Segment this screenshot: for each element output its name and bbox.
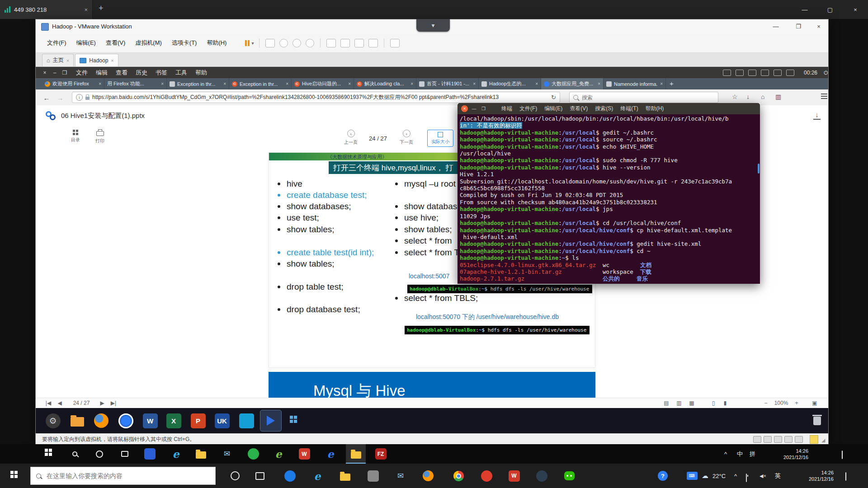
- firefox-button[interactable]: [91, 410, 112, 431]
- vmware-menu-item[interactable]: 查看(V): [101, 39, 130, 47]
- global-menu-item[interactable]: 帮助: [191, 69, 211, 77]
- ime-tool-button[interactable]: ⌨: [682, 464, 702, 488]
- file-explorer-button[interactable]: [191, 444, 211, 464]
- terminal-menu-item[interactable]: 查看(V): [566, 105, 591, 113]
- trash-button[interactable]: [807, 410, 827, 431]
- browser-button[interactable]: [115, 410, 136, 431]
- global-menu-item[interactable]: 书签: [151, 69, 171, 77]
- vm-display[interactable]: × – ❐ 文件编辑查看历史书签工具帮助 00:26 ⏻ 欢迎使用 Firefo…: [36, 67, 828, 433]
- tab-close-icon[interactable]: ×: [473, 81, 476, 86]
- site-info-icon[interactable]: i: [76, 94, 83, 101]
- tab-close-icon[interactable]: ×: [660, 81, 663, 86]
- filezilla-button[interactable]: FZ: [371, 444, 391, 464]
- vmware-tab-hadoop[interactable]: Hadoop ×: [75, 54, 118, 66]
- tab-close-icon[interactable]: ×: [598, 81, 600, 86]
- tab-close-icon[interactable]: ×: [535, 81, 538, 86]
- remote-viewer-button[interactable]: [260, 410, 281, 431]
- tray-caret[interactable]: ^: [734, 464, 737, 488]
- global-menu-item[interactable]: 工具: [171, 69, 191, 77]
- new-session-button[interactable]: +: [99, 4, 104, 13]
- new-tab-button[interactable]: +: [670, 80, 674, 87]
- next-page-icon[interactable]: ▶: [99, 398, 105, 408]
- terminal-menu-item[interactable]: 编辑(E): [541, 105, 566, 113]
- usb-device-icon[interactable]: [784, 436, 793, 443]
- tab-close-icon[interactable]: ×: [410, 81, 413, 86]
- tab-close-icon[interactable]: ×: [111, 58, 113, 63]
- terminal-window[interactable]: × — ❐ 终端文件(F)编辑(E)查看(V)搜索(S)终端(T)帮助(H) /…: [458, 103, 760, 284]
- tab-close-icon[interactable]: ×: [348, 81, 351, 86]
- volume-muted-icon[interactable]: ◀×: [760, 464, 766, 488]
- remote-session-tab[interactable]: 449 380 218 ×: [0, 0, 93, 19]
- resize-grip[interactable]: ◢: [821, 437, 825, 443]
- terminal-scrollbar[interactable]: [758, 164, 760, 174]
- vmware-maximize-icon[interactable]: ❐: [788, 19, 808, 33]
- terminal-menu-item[interactable]: 终端: [498, 105, 516, 113]
- language-indicator[interactable]: 英: [775, 464, 781, 488]
- cortana-button[interactable]: [225, 464, 245, 488]
- vmware-menu-item[interactable]: 文件(F): [42, 39, 71, 47]
- start-button[interactable]: [5, 464, 26, 488]
- fit-width-icon[interactable]: ▯: [710, 398, 717, 408]
- menu-hamburger-icon[interactable]: [821, 96, 827, 97]
- address-bar[interactable]: i ↻: [72, 92, 560, 103]
- bolt-app-button[interactable]: [280, 464, 300, 488]
- ubuntu-minimize-icon[interactable]: –: [50, 67, 59, 78]
- firefox-tab[interactable]: Hadoop生态的...×: [479, 78, 541, 89]
- actual-size-button[interactable]: 实际大小: [427, 130, 453, 147]
- help-tool-button[interactable]: ?: [653, 464, 673, 488]
- qq-button[interactable]: [532, 464, 552, 488]
- tab-close-icon[interactable]: ×: [99, 81, 101, 86]
- terminal-maximize-icon[interactable]: ❐: [480, 105, 487, 112]
- volume-indicator-icon[interactable]: [786, 70, 794, 76]
- terminal-output[interactable]: /local/hadoop/sbin:/usr/local/hadoop/bin…: [458, 114, 760, 284]
- vmware-menu-item[interactable]: 选项卡(T): [167, 39, 202, 47]
- zoom-out-icon[interactable]: −: [763, 398, 769, 408]
- terminal-minimize-icon[interactable]: —: [471, 105, 477, 112]
- ubuntu-close-icon[interactable]: ×: [40, 67, 49, 78]
- pause-dropdown-icon[interactable]: ▾: [251, 41, 254, 46]
- explorer-active-button[interactable]: [346, 444, 366, 464]
- excel-button[interactable]: X: [163, 410, 184, 431]
- firefox-tab[interactable]: CHive启动问题的...×: [292, 78, 354, 89]
- wechat-button[interactable]: [559, 464, 579, 488]
- vmware-menu-item[interactable]: 编辑(E): [71, 39, 101, 47]
- notification-center-icon[interactable]: [842, 451, 843, 459]
- url-input[interactable]: [92, 94, 548, 101]
- terminal-titlebar[interactable]: × — ❐ 终端文件(F)编辑(E)查看(V)搜索(S)终端(T)帮助(H): [458, 103, 760, 114]
- network-device-icon[interactable]: [774, 436, 782, 443]
- vmware-menu-item[interactable]: 帮助(H): [202, 39, 231, 47]
- wps-button[interactable]: W: [504, 464, 524, 488]
- show-thumbnails-icon[interactable]: [340, 39, 350, 47]
- downloads-icon[interactable]: ↓: [746, 93, 750, 100]
- edge-button[interactable]: e: [166, 444, 186, 464]
- toc-button[interactable]: 目录: [66, 130, 85, 143]
- firefox-tab[interactable]: 用 Firefox 功能...×: [104, 78, 167, 89]
- global-menu-item[interactable]: 查看: [112, 69, 132, 77]
- harddisk-device-icon[interactable]: [753, 436, 761, 443]
- tray-caret[interactable]: ^: [724, 444, 727, 464]
- vmware-tab-home[interactable]: ⌂ 主页 ×: [42, 54, 74, 66]
- sidebar-icon[interactable]: ▥: [775, 93, 781, 100]
- firefox-button[interactable]: [418, 464, 438, 488]
- search-bar[interactable]: [569, 92, 718, 103]
- edge-blue-button[interactable]: e: [321, 444, 340, 464]
- message-note-icon[interactable]: [810, 435, 818, 444]
- mail-button[interactable]: ✉: [391, 464, 410, 488]
- file-explorer-button[interactable]: [335, 464, 355, 488]
- ime-mode-indicator[interactable]: 拼: [750, 444, 755, 464]
- wps-button[interactable]: W: [294, 444, 314, 464]
- terminal-menu-item[interactable]: 帮助(H): [642, 105, 668, 113]
- terminal-menu-item[interactable]: 文件(F): [516, 105, 541, 113]
- tab-close-icon[interactable]: ×: [66, 58, 69, 63]
- input-method-indicator-icon[interactable]: [774, 70, 782, 76]
- firefox-tab[interactable]: 欢迎使用 Firefox×: [42, 78, 104, 89]
- mail-button[interactable]: ✉: [217, 444, 237, 464]
- taskbar-search-input[interactable]: [46, 472, 210, 480]
- keyboard-indicator-icon[interactable]: [748, 70, 756, 76]
- terminal-menu-item[interactable]: 终端(T): [617, 105, 642, 113]
- close-session-icon[interactable]: ×: [84, 6, 88, 13]
- next-page-button[interactable]: › 下一页: [396, 130, 416, 145]
- pause-vm-button[interactable]: [245, 40, 250, 46]
- display-indicator-icon[interactable]: [723, 70, 731, 76]
- vm-clock[interactable]: 00:26: [802, 67, 820, 78]
